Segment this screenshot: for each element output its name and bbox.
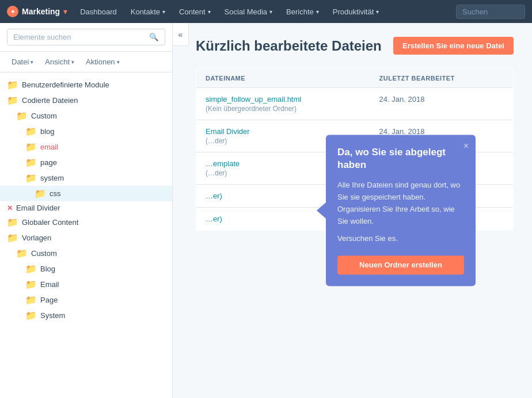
nav-item-dashboard[interactable]: Dashboard <box>74 0 123 23</box>
tree-item-codierte[interactable]: 📁 Codierte Dateien <box>0 93 172 108</box>
sidebar: 🔍 Datei ▾ Ansicht ▾ Aktionen ▾ 📁 Benutze… <box>0 23 173 398</box>
folder-icon: 📁 <box>7 232 18 243</box>
popup-overlay: × Da, wo Sie sie abgelegt haben Alle Ihr… <box>173 23 532 398</box>
tree-item-email[interactable]: 📁 email <box>0 139 172 155</box>
tree-item-custom-1[interactable]: 📁 Custom <box>0 108 172 124</box>
kontakte-caret-icon: ▾ <box>162 9 165 15</box>
brand-label: Marketing <box>22 7 60 16</box>
tree-item-email-2[interactable]: 📁 Email <box>0 277 172 292</box>
toolbar-ansicht-button[interactable]: Ansicht ▾ <box>40 55 79 68</box>
folder-icon: 📁 <box>25 263 37 274</box>
nav-item-content[interactable]: Content ▾ <box>173 0 216 23</box>
popup-body-line1: Alle Ihre Dateien sind genau dort, wo Si… <box>337 180 464 228</box>
folder-icon: 📁 <box>7 217 18 228</box>
popup-action-button[interactable]: Neuen Ordner erstellen <box>337 256 464 275</box>
brand-icon: ✦ <box>7 6 18 17</box>
folder-icon: 📁 <box>16 110 28 121</box>
folder-icon: 📁 <box>7 95 18 106</box>
tree-item-system-2[interactable]: 📁 System <box>0 308 172 323</box>
folder-icon: 📁 <box>25 279 37 290</box>
popup-title: Da, wo Sie sie abgelegt haben <box>337 146 464 171</box>
tree-item-blog[interactable]: 📁 blog <box>0 124 172 139</box>
sidebar-search-container: 🔍 <box>0 23 172 52</box>
tree-item-benutzerdefinierte[interactable]: 📁 Benutzerdefinierte Module <box>0 77 172 93</box>
search-icon: 🔍 <box>149 33 159 41</box>
nav-search-input[interactable] <box>456 5 525 19</box>
tree-item-email-divider[interactable]: ✕ Email Divider <box>0 201 172 215</box>
sidebar-toolbar: Datei ▾ Ansicht ▾ Aktionen ▾ <box>0 52 172 72</box>
folder-icon: 📁 <box>25 157 37 168</box>
tree-item-globaler[interactable]: 📁 Globaler Content <box>0 215 172 230</box>
social-caret-icon: ▾ <box>269 9 272 15</box>
ansicht-caret-icon: ▾ <box>71 59 74 65</box>
tree-item-blog-2[interactable]: 📁 Blog <box>0 261 172 277</box>
folder-icon: 📁 <box>25 294 37 305</box>
brand-logo[interactable]: ✦ Marketing ▾ <box>7 6 67 17</box>
folder-icon: 📁 <box>25 310 37 321</box>
popup-box: × Da, wo Sie sie abgelegt haben Alle Ihr… <box>326 135 476 286</box>
tree-item-page-2[interactable]: 📁 Page <box>0 292 172 308</box>
main-content: « Kürzlich bearbeitete Dateien Erstellen… <box>173 23 532 398</box>
produktiv-caret-icon: ▾ <box>376 9 379 15</box>
datei-caret-icon: ▾ <box>31 59 33 65</box>
nav-item-produktivitaet[interactable]: Produktivität ▾ <box>327 0 385 23</box>
popup-body-line2: Versuchen Sie es. <box>337 234 464 246</box>
sidebar-search-input[interactable] <box>7 29 143 45</box>
nav-item-berichte[interactable]: Berichte ▾ <box>280 0 325 23</box>
tree-item-vorlagen[interactable]: 📁 Vorlagen <box>0 230 172 246</box>
brand-caret-icon: ▾ <box>63 7 67 16</box>
aktionen-caret-icon: ▾ <box>117 59 120 65</box>
folder-icon: 📁 <box>16 248 28 259</box>
nav-item-social-media[interactable]: Social Media ▾ <box>219 0 278 23</box>
popup-body: Alle Ihre Dateien sind genau dort, wo Si… <box>337 180 464 246</box>
content-caret-icon: ▾ <box>208 9 211 15</box>
folder-icon: 📁 <box>35 188 46 199</box>
x-icon: ✕ <box>7 204 13 212</box>
folder-icon: 📁 <box>7 79 18 90</box>
berichte-caret-icon: ▾ <box>316 9 319 15</box>
toolbar-datei-button[interactable]: Datei ▾ <box>7 55 38 68</box>
tree-item-custom-2[interactable]: 📁 Custom <box>0 246 172 261</box>
tree-item-css[interactable]: 📁 css <box>0 186 172 201</box>
popup-close-button[interactable]: × <box>463 141 469 151</box>
folder-icon: 📁 <box>25 173 37 183</box>
nav-item-kontakte[interactable]: Kontakte ▾ <box>125 0 171 23</box>
file-tree: 📁 Benutzerdefinierte Module 📁 Codierte D… <box>0 72 172 398</box>
top-nav: ✦ Marketing ▾ Dashboard Kontakte ▾ Conte… <box>0 0 532 23</box>
app-layout: 🔍 Datei ▾ Ansicht ▾ Aktionen ▾ 📁 Benutze… <box>0 23 532 398</box>
tree-item-page[interactable]: 📁 page <box>0 155 172 170</box>
sidebar-search-inner: 🔍 <box>7 29 165 45</box>
tree-item-system[interactable]: 📁 system <box>0 170 172 186</box>
popup-arrow <box>317 202 326 219</box>
sidebar-search-button[interactable]: 🔍 <box>143 29 165 45</box>
toolbar-aktionen-button[interactable]: Aktionen ▾ <box>81 55 124 68</box>
folder-icon: 📁 <box>25 141 37 152</box>
folder-icon: 📁 <box>25 126 37 137</box>
